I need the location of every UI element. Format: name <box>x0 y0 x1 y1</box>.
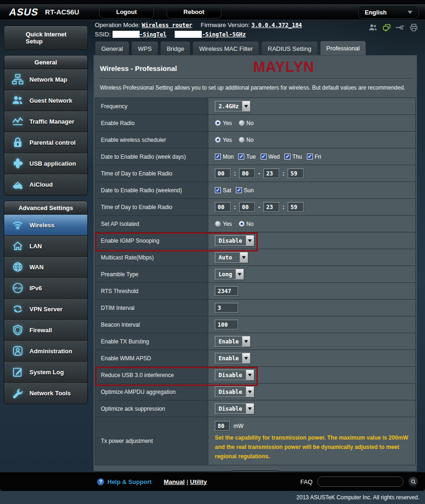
time-input[interactable] <box>263 168 279 178</box>
clients-icon[interactable] <box>368 23 378 32</box>
text-input[interactable] <box>215 320 238 329</box>
sidebar-item-aicloud[interactable]: AiCloud <box>4 174 87 195</box>
dropdown-2-4ghz[interactable]: 2.4GHz <box>215 101 250 112</box>
text-input[interactable] <box>215 286 238 296</box>
firmware-version-link[interactable]: 3.0.0.4.372_184 <box>251 22 302 28</box>
dropdown-enable[interactable]: Enable <box>215 353 250 364</box>
setting-label: Date to Enable Radio (week days) <box>95 148 208 165</box>
time-input[interactable] <box>215 202 231 212</box>
utility-link[interactable]: Utility <box>190 478 207 485</box>
checkbox[interactable]: ✓ <box>236 187 242 193</box>
radio-option-yes[interactable]: Yes <box>215 221 232 227</box>
time-input[interactable] <box>263 202 279 212</box>
checkbox[interactable]: ✓ <box>238 154 244 160</box>
logout-button[interactable]: Logout <box>100 6 153 18</box>
tab-professional[interactable]: Professional <box>320 41 367 56</box>
time-range: :-: <box>215 202 304 212</box>
tab-wireless-mac-filter[interactable]: Wireless MAC Filter <box>192 41 259 56</box>
checkbox-option-tue[interactable]: ✓Tue <box>238 154 255 160</box>
manual-utility-links: Manual|Utility <box>164 478 207 485</box>
sidebar-item-wan[interactable]: WAN <box>4 257 87 278</box>
dropdown-disable[interactable]: Disable <box>215 386 254 397</box>
dropdown-disable[interactable]: Disable <box>215 403 254 414</box>
checkbox[interactable]: ✓ <box>307 154 313 160</box>
setting-value: Disable <box>208 384 415 400</box>
ssid-24g-link[interactable]: -SingTel <box>140 31 167 38</box>
checkbox-label: Sat <box>223 187 231 194</box>
sidebar-item-traffic-manager[interactable]: Traffic Manager <box>4 111 87 132</box>
time-input[interactable] <box>215 168 231 178</box>
radio-button[interactable] <box>239 120 245 126</box>
text-input[interactable] <box>215 303 238 313</box>
dropdown-long[interactable]: Long <box>215 269 244 280</box>
time-input[interactable] <box>239 202 255 212</box>
radio-button[interactable] <box>215 137 221 143</box>
setting-row-enable-tx-bursting: Enable TX BurstingEnable <box>95 333 415 350</box>
language-dropdown[interactable]: English <box>359 6 418 18</box>
sidebar-item-firewall[interactable]: Firewall <box>4 320 87 341</box>
tab-label: Professional <box>326 45 360 52</box>
sidebar-item-quick-internet-setup[interactable]: Quick Internet Setup <box>4 26 88 50</box>
tab-wps[interactable]: WPS <box>131 41 158 56</box>
sidebar-item-ipv6[interactable]: IPv6IPv6 <box>4 278 87 299</box>
sidebar-item-guest-network[interactable]: Guest Network <box>4 90 87 111</box>
checkbox[interactable]: ✓ <box>261 154 267 160</box>
tab-radius-setting[interactable]: RADIUS Setting <box>261 41 318 56</box>
radio-option-no[interactable]: No <box>239 221 254 227</box>
search-button[interactable] <box>408 476 418 487</box>
setting-row-tx-power-adjustment: Tx power adjustmentmWSet the capability … <box>95 417 415 465</box>
time-input[interactable] <box>288 202 304 212</box>
printer-icon[interactable] <box>409 23 418 32</box>
tab-bridge[interactable]: Bridge <box>160 41 191 56</box>
time-input[interactable] <box>288 168 304 178</box>
radio-option-no[interactable]: No <box>239 137 254 143</box>
text-input[interactable] <box>215 421 230 431</box>
ssid-5g-link[interactable]: -SingTel-5GHz <box>202 31 246 38</box>
reboot-button[interactable]: Reboot <box>167 6 221 18</box>
radio-option-no[interactable]: No <box>239 120 254 126</box>
dropdown-disable[interactable]: Disable <box>215 235 254 246</box>
radio-button[interactable] <box>215 221 221 227</box>
sidebar-item-label: IPv6 <box>29 285 42 292</box>
shield-icon <box>12 324 24 336</box>
sidebar-item-wireless[interactable]: Wireless <box>4 215 87 236</box>
sidebar-item-system-log[interactable]: System Log <box>4 362 87 383</box>
checkbox[interactable]: ✓ <box>215 187 221 193</box>
dropdown-enable[interactable]: Enable <box>215 336 250 347</box>
sidebar-item-lan[interactable]: LAN <box>4 236 87 257</box>
radio-option-yes[interactable]: Yes <box>215 137 232 143</box>
manual-link[interactable]: Manual <box>164 478 185 485</box>
tab-general[interactable]: General <box>95 41 129 56</box>
sidebar-item-label: LAN <box>29 243 42 250</box>
time-separator: : <box>283 170 284 177</box>
faq-search-input[interactable] <box>317 476 404 487</box>
checkbox-option-mon[interactable]: ✓Mon <box>215 154 234 160</box>
checkbox-option-thu[interactable]: ✓Thu <box>284 154 302 160</box>
dropdown-disable[interactable]: Disable <box>215 370 254 380</box>
sidebar-item-administration[interactable]: Administration <box>4 341 87 362</box>
time-input[interactable] <box>239 168 255 178</box>
radio-button[interactable] <box>239 137 245 143</box>
sidebar-item-parental-control[interactable]: Parental control <box>4 132 87 153</box>
network-monitor-icon[interactable] <box>382 23 391 32</box>
sidebar-item-vpn-server[interactable]: VPN Server <box>4 299 87 320</box>
checkbox[interactable]: ✓ <box>284 154 290 160</box>
dropdown-auto[interactable]: Auto <box>215 252 248 263</box>
checkbox-option-wed[interactable]: ✓Wed <box>261 154 280 160</box>
checkbox-option-sat[interactable]: ✓Sat <box>215 187 231 194</box>
operation-mode-link[interactable]: Wireless router <box>142 22 192 28</box>
ssid-redacted-box <box>175 31 202 38</box>
help-support-link[interactable]: ? Help & Support <box>97 478 152 485</box>
sidebar-item-usb-application[interactable]: USB application <box>4 153 87 174</box>
dropdown-value: Enable <box>215 353 242 363</box>
checkbox-option-sun[interactable]: ✓Sun <box>236 187 254 194</box>
usb-icon[interactable] <box>396 23 405 32</box>
sidebar-item-network-map[interactable]: Network Map <box>4 69 87 90</box>
radio-button[interactable] <box>215 120 221 126</box>
checkbox[interactable]: ✓ <box>215 154 221 160</box>
setting-value: :-: <box>208 199 415 215</box>
sidebar-item-network-tools[interactable]: Network Tools <box>4 383 87 404</box>
checkbox-option-fri[interactable]: ✓Fri <box>307 154 321 160</box>
radio-button[interactable] <box>239 221 245 227</box>
radio-option-yes[interactable]: Yes <box>215 120 232 126</box>
